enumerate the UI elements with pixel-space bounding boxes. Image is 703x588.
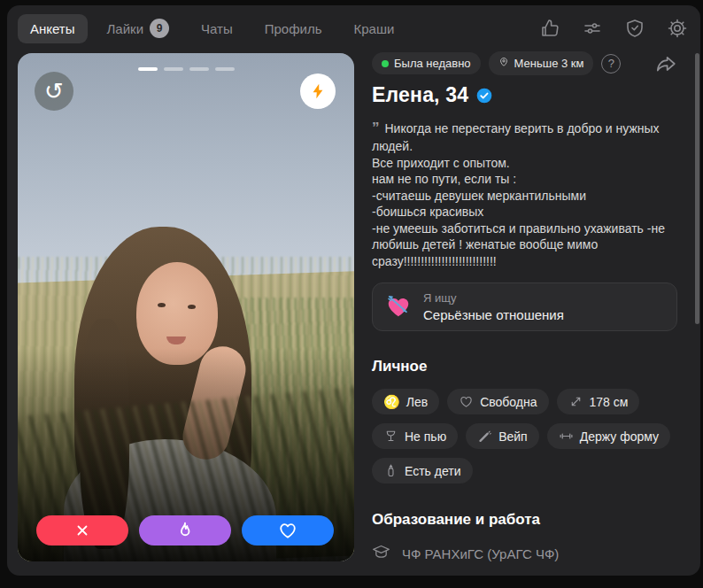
chip-label: Не пью	[405, 429, 446, 444]
dislike-x-icon	[74, 522, 90, 538]
likes-count-badge: 9	[150, 19, 169, 38]
tab-ankety[interactable]: Анкеты	[18, 14, 88, 43]
thumbs-up-icon[interactable]	[539, 18, 560, 39]
looking-for-value: Серьёзные отношения	[423, 307, 564, 322]
tab-label: Лайки	[107, 21, 144, 36]
chip-label: Лев	[406, 395, 428, 409]
looking-for-label: Я ищу	[423, 291, 564, 305]
education-value: ЧФ РАНХиГС (УрАГС ЧФ)	[402, 546, 559, 561]
photo-pagination-dash[interactable]	[189, 67, 209, 71]
looking-for-texts: Я ищу Серьёзные отношения	[423, 291, 564, 322]
leo-zodiac-icon: ♌	[383, 395, 400, 408]
tab-label: Профиль	[265, 21, 322, 36]
name-row: Елена, 34	[372, 83, 677, 107]
boost-lightning-icon	[309, 82, 327, 100]
action-buttons	[36, 515, 334, 545]
share-arrow-icon	[654, 52, 677, 75]
app-window: Анкеты Лайки 9 Чаты Профиль Краши	[7, 5, 700, 576]
chip-label: Держу форму	[580, 429, 659, 444]
online-dot-icon	[382, 60, 389, 67]
chip-height: 178 см	[557, 389, 640, 414]
height-arrows-icon	[568, 394, 583, 409]
profile-photo-card[interactable]: ↺	[18, 53, 354, 561]
chip-smoking: Вейп	[466, 423, 539, 449]
dislike-button[interactable]	[36, 515, 128, 545]
chip-relationship: Свободна	[447, 389, 548, 414]
shield-check-icon[interactable]	[624, 18, 645, 39]
verified-badge-icon	[475, 87, 493, 104]
quote-mark: ”	[372, 120, 380, 136]
profile-details-panel: Была недавно Меньше 3 км ? Елена, 34	[372, 51, 677, 576]
superlike-flame-icon	[175, 521, 195, 540]
looking-for-card[interactable]: Я ищу Серьёзные отношения	[372, 282, 677, 331]
chip-alcohol: Не пью	[372, 423, 458, 449]
tab-label: Краши	[353, 21, 394, 36]
personal-chips: ♌ Лев Свободна 178 см Не пью	[372, 389, 677, 484]
location-pin-icon	[498, 56, 509, 71]
tab-likes[interactable]: Лайки 9	[95, 12, 182, 45]
chip-zodiac: ♌ Лев	[372, 389, 439, 414]
filters-icon[interactable]	[582, 18, 603, 39]
bio-text: Никогда не перестану верить в добро и ну…	[372, 121, 665, 268]
photo-pagination-dash[interactable]	[215, 67, 235, 71]
chip-label: Есть дети	[405, 464, 461, 478]
photo-pagination-dash[interactable]	[164, 67, 183, 71]
education-item: ЧФ РАНХиГС (УрАГС ЧФ)	[372, 543, 677, 565]
settings-gear-icon[interactable]	[667, 18, 688, 39]
tab-label: Анкеты	[30, 21, 75, 36]
photo-pagination-dash[interactable]	[138, 67, 158, 71]
rotate-back-icon: ↺	[44, 80, 64, 103]
profile-bio: ”Никогда не перестану верить в добро и н…	[372, 119, 677, 269]
profile-name-age: Елена, 34	[372, 83, 468, 107]
distance-badge: Меньше 3 км	[489, 51, 594, 75]
graduation-cap-icon	[372, 543, 390, 565]
heart-with-arrow-icon	[385, 294, 412, 321]
like-button[interactable]	[242, 515, 334, 545]
share-button[interactable]	[654, 52, 677, 75]
status-row: Была недавно Меньше 3 км ?	[372, 51, 677, 75]
wine-glass-icon	[383, 429, 398, 444]
section-personal-title: Личное	[372, 358, 677, 375]
top-nav: Анкеты Лайки 9 Чаты Профиль Краши	[7, 5, 700, 51]
nav-icon-group	[539, 18, 688, 39]
chip-children: Есть дети	[372, 458, 473, 484]
last-seen-badge: Была недавно	[372, 52, 481, 74]
tab-profile[interactable]: Профиль	[252, 14, 335, 43]
tab-label: Чаты	[201, 21, 233, 36]
photo-bottom-vignette	[18, 53, 354, 561]
distance-help-button[interactable]: ?	[601, 54, 621, 74]
tab-chats[interactable]: Чаты	[189, 14, 245, 43]
boost-button[interactable]	[300, 74, 336, 109]
photo-pagination	[18, 67, 354, 71]
chip-label: Свободна	[480, 395, 537, 409]
rewind-button[interactable]: ↺	[35, 72, 73, 111]
chip-label: 178 см	[590, 395, 629, 409]
chip-fitness: Держу форму	[547, 423, 670, 449]
section-education-title: Образование и работа	[372, 511, 677, 529]
like-heart-icon	[278, 521, 297, 540]
tab-crushes[interactable]: Краши	[341, 14, 406, 43]
chip-label: Вейп	[498, 429, 528, 444]
last-seen-label: Была недавно	[394, 57, 471, 70]
question-mark-icon: ?	[608, 57, 614, 70]
scrollbar-thumb[interactable]	[695, 53, 699, 324]
superlike-button[interactable]	[139, 515, 231, 545]
vape-icon	[477, 429, 492, 444]
dumbbell-icon	[559, 429, 574, 444]
distance-label: Меньше 3 км	[514, 57, 584, 70]
heart-outline-icon	[459, 394, 474, 409]
baby-bottle-icon	[383, 463, 398, 478]
